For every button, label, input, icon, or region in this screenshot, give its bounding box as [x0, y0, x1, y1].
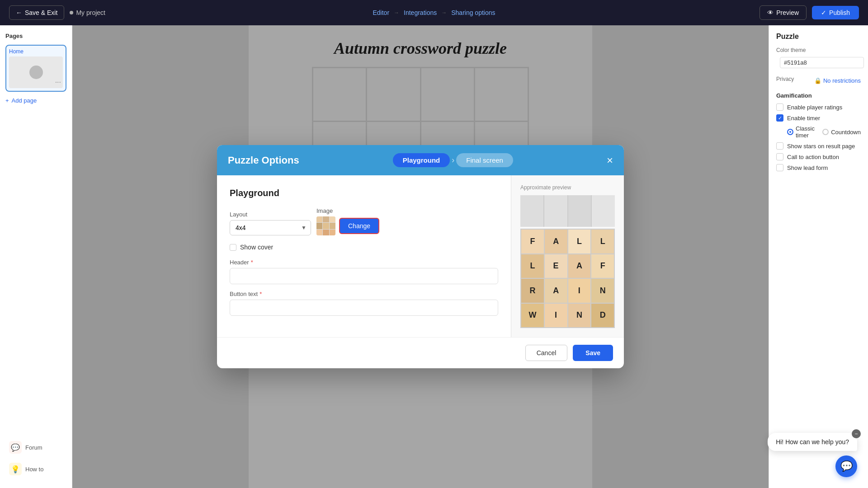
layout-image-row: Layout 4x4 3x3 5x5 ▼ [230, 207, 498, 235]
modal-body: Playground Layout 4x4 3x3 5x5 [217, 175, 624, 337]
enable-timer-label: Enable timer [787, 115, 820, 122]
modal-footer: Cancel Save [217, 337, 624, 368]
preview-grid-cell [544, 195, 567, 227]
pages-title: Pages [5, 33, 66, 39]
chat-bubble-container: Hi! How can we help you? − [768, 433, 857, 451]
preview-crossword-cell: D [591, 304, 614, 328]
tab-final-screen[interactable]: Final screen [456, 153, 513, 167]
layout-select[interactable]: 4x4 3x3 5x5 [230, 220, 311, 235]
preview-button[interactable]: 👁 Preview [760, 5, 807, 20]
add-page-button[interactable]: + Add page [5, 95, 66, 106]
sidebar-howto-item[interactable]: 💡 How to [5, 459, 66, 479]
preview-crossword-cell: L [568, 230, 591, 253]
show-cover-label: Show cover [240, 244, 273, 251]
layout-label: Layout [230, 211, 311, 218]
check-icon: ✓ [821, 9, 826, 16]
preview-crossword-cell: N [568, 304, 591, 328]
player-ratings-checkbox[interactable] [776, 103, 783, 111]
preview-crossword-cell: A [545, 230, 567, 253]
modal-title: Puzzle Options [228, 155, 299, 166]
classic-timer-label: Classic timer [796, 125, 817, 139]
arrow-left-icon: ← [16, 9, 22, 16]
save-button[interactable]: Save [573, 345, 613, 361]
page-home-item[interactable]: Home ··· [5, 45, 66, 92]
thumb-cell [316, 230, 322, 235]
arrow-icon-2: → [441, 9, 447, 16]
change-image-button[interactable]: Change [339, 218, 379, 234]
lock-icon: 🔒 [814, 77, 821, 84]
color-row [776, 56, 861, 69]
preview-grid-cell [592, 195, 615, 227]
image-thumbnail [316, 216, 335, 235]
thumb-cell [316, 223, 322, 229]
page-home-thumbnail: ··· [9, 56, 63, 88]
preview-crossword-cell: N [591, 279, 614, 303]
privacy-label: Privacy [776, 76, 794, 82]
show-stars-checkbox[interactable] [776, 142, 783, 150]
preview-crossword-cell: I [545, 304, 567, 328]
nav-left: ← Save & Exit My project [9, 5, 105, 20]
howto-icon: 💡 [9, 463, 22, 475]
preview-crossword-grid: FALLLEAFRAINWIND [520, 229, 615, 328]
timer-row: ✓ Enable timer [776, 114, 861, 122]
color-value-input[interactable] [780, 57, 864, 68]
thumb-cell [323, 230, 329, 235]
preview-crossword-cell: F [591, 254, 614, 278]
show-stars-row: Show stars on result page [776, 142, 861, 150]
editor-step[interactable]: Editor [373, 9, 389, 16]
thumb-cell [330, 230, 335, 235]
cancel-button[interactable]: Cancel [525, 345, 568, 361]
modal-left-panel: Playground Layout 4x4 3x3 5x5 [217, 175, 511, 337]
page-more-icon[interactable]: ··· [55, 78, 61, 86]
privacy-link[interactable]: 🔒 No restrictions [814, 77, 861, 84]
image-label: Image [316, 207, 379, 214]
preview-crossword-cell: W [521, 304, 544, 328]
show-stars-label: Show stars on result page [787, 143, 855, 150]
layout-group: Layout 4x4 3x3 5x5 ▼ [230, 211, 311, 235]
sharing-step[interactable]: Sharing options [451, 9, 495, 16]
chat-open-button[interactable]: 💬 [835, 455, 857, 477]
left-sidebar: Pages Home ··· + Add page 💬 Forum 💡 How … [0, 25, 72, 488]
integrations-step[interactable]: Integrations [404, 9, 437, 16]
classic-timer-option[interactable]: Classic timer [787, 125, 817, 139]
color-theme-label: Color theme [776, 47, 861, 53]
show-cover-checkbox[interactable] [230, 244, 236, 251]
lead-form-checkbox[interactable] [776, 164, 783, 171]
forum-label: Forum [25, 444, 42, 451]
main-layout: Pages Home ··· + Add page 💬 Forum 💡 How … [0, 25, 868, 488]
gamification-title: Gamification [776, 92, 861, 99]
call-to-action-checkbox[interactable] [776, 153, 783, 160]
color-theme-section: Color theme [776, 47, 861, 69]
howto-label: How to [25, 466, 43, 473]
enable-timer-checkbox[interactable]: ✓ [776, 114, 783, 122]
sidebar-bottom: 💬 Forum 💡 How to [5, 437, 66, 481]
chat-close-button[interactable]: − [852, 429, 861, 438]
sidebar-forum-item[interactable]: 💬 Forum [5, 437, 66, 457]
countdown-radio[interactable] [822, 129, 829, 135]
lead-form-label: Show lead form [787, 164, 828, 171]
gamification-section: Gamification Enable player ratings ✓ Ena… [776, 92, 861, 171]
header-input[interactable] [230, 268, 498, 284]
publish-button[interactable]: ✓ Publish [812, 6, 859, 19]
preview-crossword-cell: L [591, 230, 614, 253]
countdown-option[interactable]: Countdown [822, 129, 861, 136]
chat-bubble: Hi! How can we help you? [768, 433, 857, 451]
modal-close-button[interactable]: × [607, 155, 613, 166]
privacy-row: Privacy 🔒 No restrictions [776, 76, 861, 85]
show-cover-row: Show cover [230, 244, 498, 251]
right-sidebar: Puzzle Color theme Privacy 🔒 No restrict… [769, 25, 868, 488]
nav-right: 👁 Preview ✓ Publish [760, 5, 859, 20]
tab-playground[interactable]: Playground [393, 153, 450, 167]
save-exit-button[interactable]: ← Save & Exit [9, 5, 64, 20]
page-home-label: Home [9, 48, 63, 55]
classic-timer-radio[interactable] [787, 129, 793, 135]
content-area: Autumn crossword puzzle R A I N W I N D [72, 25, 769, 488]
right-panel-title: Puzzle [776, 33, 861, 41]
thumb-cell [323, 223, 329, 229]
privacy-section: Privacy 🔒 No restrictions [776, 76, 861, 85]
preview-crossword-cell: A [568, 254, 591, 278]
button-text-input[interactable] [230, 300, 498, 316]
thumb-cell [330, 216, 335, 222]
button-text-label: Button text * [230, 291, 498, 297]
header-label: Header * [230, 259, 498, 266]
